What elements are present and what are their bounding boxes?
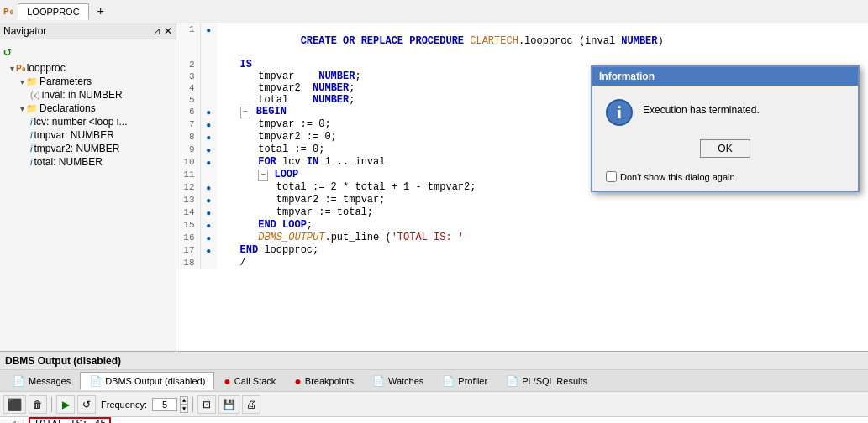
tab-callstack-label: Call Stack (234, 376, 276, 386)
table-row: 14 ● tmpvar := total; (176, 206, 868, 219)
expand-icon: ▾ (10, 64, 14, 73)
copy-button[interactable]: ⊡ (197, 395, 216, 414)
output-text-1: TOTAL IS: 45 (29, 417, 111, 423)
dbms-icon: 📄 (89, 375, 102, 387)
line-code-17[interactable]: END loopproc; (217, 244, 868, 257)
nav-item-loopproc[interactable]: ▾ P₀ loopproc (2, 61, 174, 75)
line-gutter-13: ● (200, 194, 217, 206)
nav-loopproc-label: loopproc (27, 62, 66, 74)
line-gutter-8: ● (200, 131, 217, 144)
line-code-13[interactable]: tmpvar2 := tmpvar; (217, 194, 868, 206)
navigator-panel: Navigator ⊿ ✕ ↺ ▾ P₀ loopproc ▾ 📁 Parame… (0, 24, 176, 351)
nav-parameters-label: Parameters (39, 76, 92, 87)
stop-button[interactable]: ⬛ (3, 395, 26, 414)
line-num-17: 17 (176, 244, 200, 257)
dot-icon: ● (206, 133, 211, 143)
dialog-buttons: OK (592, 139, 858, 168)
close-icon[interactable]: ✕ (164, 25, 172, 37)
line-num-16: 16 (176, 232, 200, 244)
tab-profiler-label: Profiler (458, 376, 487, 386)
pin-icon[interactable]: ⊿ (153, 25, 161, 37)
ok-button[interactable]: OK (700, 139, 750, 158)
dot-icon: ● (206, 209, 211, 218)
output-linenum-1: 1 (0, 420, 24, 423)
nav-item-parameters[interactable]: ▾ 📁 Parameters (2, 75, 174, 88)
dot-icon: ● (206, 159, 211, 168)
line-code-16[interactable]: DBMS_OUTPUT.put_line ('TOTAL IS: ' (217, 232, 868, 244)
var-icon-total: i (30, 157, 32, 167)
line-num-11: 11 (176, 169, 200, 181)
tab-breakpoints-label: Breakpoints (305, 376, 354, 386)
dot-icon: ● (206, 121, 211, 130)
dot-icon: ● (206, 234, 211, 243)
nav-item-tmpvar[interactable]: i tmpvar: NUMBER (2, 128, 174, 142)
tab-dbms-output[interactable]: 📄 DBMS Output (disabled) (80, 372, 214, 390)
tab-call-stack[interactable]: ● Call Stack (214, 371, 285, 391)
frequency-spinner[interactable]: ▲ ▼ (180, 396, 188, 413)
frequency-label: Frequency: (98, 400, 150, 410)
var-icon-tmpvar2: i (30, 144, 32, 154)
line-gutter-3 (200, 70, 217, 82)
run-button[interactable]: ▶ (56, 395, 75, 414)
information-dialog: Information i Execution has terminated. … (591, 65, 860, 192)
line-num-2: 2 (176, 59, 200, 70)
line-code-15[interactable]: END LOOP; (217, 219, 868, 232)
clear-button[interactable]: 🗑 (29, 395, 47, 414)
tab-breakpoints[interactable]: ● Breakpoints (285, 371, 363, 391)
nav-item-total[interactable]: i total: NUMBER (2, 155, 174, 169)
tab-plsql-results[interactable]: 📄 PL/SQL Results (497, 372, 597, 390)
main-tab[interactable]: LOOPPROC (18, 3, 88, 20)
line-num-6: 6 (176, 106, 200, 118)
dialog-checkbox-area: Don't show this dialog again (592, 168, 858, 191)
line-code-1[interactable]: CREATE OR REPLACE PROCEDURE CLARTECH.loo… (217, 24, 868, 59)
var-icon-tmpvar: i (30, 130, 32, 140)
navigator-header: Navigator ⊿ ✕ (0, 24, 176, 39)
refresh-button[interactable]: ↺ (2, 43, 13, 61)
line-gutter-2 (200, 59, 217, 70)
output-line-1: 1 TOTAL IS: 45 (0, 417, 868, 423)
line-code-18[interactable]: / (217, 257, 868, 269)
clear-icon: 🗑 (33, 399, 43, 410)
spin-up-button[interactable]: ▲ (180, 396, 188, 405)
navigator-icons: ⊿ ✕ (153, 25, 172, 37)
save-button[interactable]: 💾 (218, 395, 239, 414)
plsql-icon: 📄 (506, 375, 518, 387)
tab-watches-label: Watches (388, 376, 423, 386)
expand-icon-decl: ▾ (20, 104, 24, 113)
tab-watches[interactable]: 📄 Watches (363, 372, 433, 390)
nav-declarations-label: Declarations (39, 102, 96, 114)
nav-item-tmpvar2[interactable]: i tmpvar2: NUMBER (2, 142, 174, 155)
nav-item-inval[interactable]: (x) inval: in NUMBER (2, 88, 174, 102)
line-num-3: 3 (176, 70, 200, 82)
nav-item-lcv[interactable]: i lcv: number <loop i... (2, 115, 174, 128)
add-tab-button[interactable]: + (92, 3, 109, 21)
bottom-panel: DBMS Output (disabled) 📄 Messages 📄 DBMS… (0, 351, 868, 423)
line-gutter-11 (200, 169, 217, 181)
table-row: 15 ● END LOOP; (176, 219, 868, 232)
line-gutter-18 (200, 257, 217, 269)
table-row: 1 ● CREATE OR REPLACE PROCEDURE CLARTECH… (176, 24, 868, 59)
line-num-18: 18 (176, 257, 200, 269)
refresh-button[interactable]: ↺ (77, 395, 96, 414)
dot-icon: ● (206, 222, 211, 231)
stop-icon: ⬛ (8, 398, 22, 411)
dialog-message: Execution has terminated. (643, 99, 760, 116)
line-code-14[interactable]: tmpvar := total; (217, 206, 868, 219)
bottom-tabs: 📄 Messages 📄 DBMS Output (disabled) ● Ca… (0, 370, 868, 392)
messages-icon: 📄 (13, 375, 25, 387)
dot-icon: ● (206, 184, 211, 193)
code-editor[interactable]: 1 ● CREATE OR REPLACE PROCEDURE CLARTECH… (176, 24, 868, 351)
nav-item-declarations[interactable]: ▾ 📁 Declarations (2, 102, 174, 115)
tab-messages[interactable]: 📄 Messages (3, 372, 80, 390)
dont-show-checkbox[interactable] (606, 171, 617, 182)
line-num-4: 4 (176, 82, 200, 94)
print-button[interactable]: 🖨 (242, 395, 260, 414)
tab-plsql-label: PL/SQL Results (522, 376, 587, 386)
tab-profiler[interactable]: 📄 Profiler (433, 372, 497, 390)
param-icon-inval: (x) (30, 91, 40, 100)
line-gutter-1: ● (200, 24, 217, 59)
frequency-input[interactable] (152, 398, 177, 411)
spin-down-button[interactable]: ▼ (180, 405, 188, 413)
line-gutter-17: ● (200, 244, 217, 257)
dot-icon: ● (206, 108, 211, 118)
